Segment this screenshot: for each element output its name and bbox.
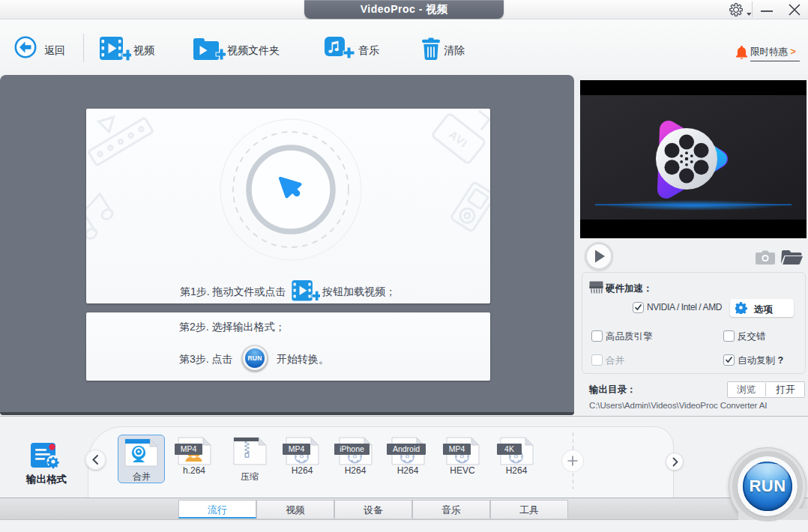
- svg-text:AVI: AVI: [447, 127, 471, 150]
